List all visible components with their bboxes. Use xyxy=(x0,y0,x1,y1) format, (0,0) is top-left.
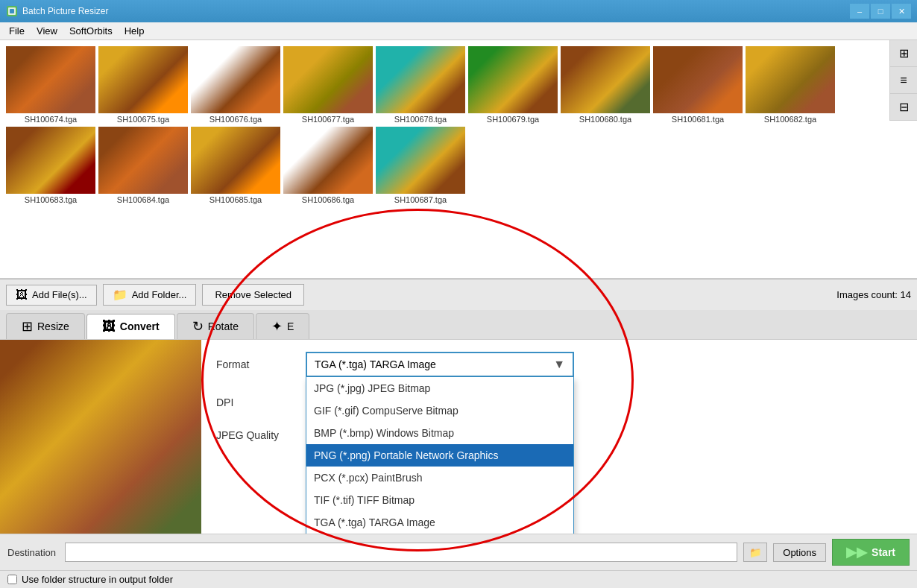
list-item[interactable]: SH100674.tga xyxy=(6,46,95,124)
tab-effects-label: E xyxy=(287,320,294,332)
start-label: Start xyxy=(872,546,895,558)
start-arrow-icon: ▶▶ xyxy=(846,544,867,560)
destination-input[interactable] xyxy=(65,543,737,562)
thumbnail-image xyxy=(653,46,743,113)
grid-small-icon[interactable]: ⊟ xyxy=(890,94,917,121)
window-controls: – □ ✕ xyxy=(850,4,911,19)
thumbnail-image xyxy=(98,46,188,113)
thumbnail-image xyxy=(191,127,280,194)
list-item[interactable]: SH100683.tga xyxy=(6,127,95,204)
tab-effects-icon: ✦ xyxy=(271,318,283,335)
dpi-label: DPI xyxy=(216,396,306,408)
list-item[interactable]: SH100676.tga xyxy=(191,46,280,124)
list-item[interactable]: SH100684.tga xyxy=(98,127,188,204)
add-folder-icon: 📁 xyxy=(113,288,127,302)
use-structure-checkbox[interactable] xyxy=(7,575,17,584)
thumbnail-label: SH100677.tga xyxy=(302,115,354,124)
grid-large-icon[interactable]: ⊞ xyxy=(890,40,917,67)
format-dropdown[interactable]: TGA (*.tga) TARGA Image ▼ xyxy=(306,352,574,377)
maximize-button[interactable]: □ xyxy=(871,4,890,19)
use-structure-label: Use folder structure in output folder xyxy=(22,574,173,585)
format-option-png[interactable]: PNG (*.png) Portable Network Graphics xyxy=(306,444,573,467)
tab-resize-label: Resize xyxy=(37,320,69,332)
tab-rotate[interactable]: ↻Rotate xyxy=(177,313,254,339)
gallery-grid: SH100674.tgaSH100675.tgaSH100676.tgaSH10… xyxy=(6,46,911,204)
thumbnail-image xyxy=(283,127,373,194)
thumbnail-image xyxy=(376,46,465,113)
remove-selected-button[interactable]: Remove Selected xyxy=(202,284,304,306)
tab-effects[interactable]: ✦E xyxy=(256,313,309,339)
folder-icon: 📁 xyxy=(749,547,762,558)
format-option-pcx[interactable]: PCX (*.pcx) PaintBrush xyxy=(306,467,573,489)
main-content: SH100674.tgaSH100675.tgaSH100676.tgaSH10… xyxy=(0,40,917,588)
start-button[interactable]: ▶▶ Start xyxy=(832,539,910,566)
thumbnail-label: SH100686.tga xyxy=(302,195,354,204)
list-item[interactable]: SH100687.tga xyxy=(376,127,465,204)
list-item[interactable]: SH100686.tga xyxy=(283,127,373,204)
menu-file[interactable]: File xyxy=(3,24,31,38)
list-item[interactable]: SH100681.tga xyxy=(653,46,743,124)
tab-resize[interactable]: ⊞Resize xyxy=(6,313,85,339)
list-item[interactable]: SH100685.tga xyxy=(191,127,280,204)
preview-image xyxy=(0,340,201,534)
browse-folder-button[interactable]: 📁 xyxy=(743,543,767,562)
list-item[interactable]: SH100682.tga xyxy=(746,46,835,124)
menu-softorbits[interactable]: SoftOrbits xyxy=(63,24,119,38)
thumbnail-label: SH100675.tga xyxy=(117,115,169,124)
options-button[interactable]: Options xyxy=(773,543,826,562)
thumbnail-image xyxy=(191,46,280,113)
format-control: TGA (*.tga) TARGA Image ▼ JPG (*.jpg) JP… xyxy=(306,352,902,377)
image-gallery: SH100674.tgaSH100675.tgaSH100676.tgaSH10… xyxy=(0,40,917,279)
thumbnail-image xyxy=(6,46,95,113)
list-item[interactable]: SH100679.tga xyxy=(468,46,558,124)
menu-view[interactable]: View xyxy=(31,24,63,38)
minimize-button[interactable]: – xyxy=(850,4,869,19)
tab-convert-label: Convert xyxy=(120,320,160,332)
checkbox-row: Use folder structure in output folder xyxy=(0,570,917,588)
destination-label: Destination xyxy=(7,547,56,558)
format-option-tif[interactable]: TIF (*.tif) TIFF Bitmap xyxy=(306,489,573,511)
format-option-tga[interactable]: TGA (*.tga) TARGA Image xyxy=(306,511,573,534)
thumbnail-label: SH100676.tga xyxy=(209,115,262,124)
thumbnail-image xyxy=(6,127,95,194)
close-button[interactable]: ✕ xyxy=(892,4,911,19)
add-files-button[interactable]: 🖼 Add File(s)... xyxy=(6,285,97,306)
format-select-wrapper: TGA (*.tga) TARGA Image ▼ JPG (*.jpg) JP… xyxy=(306,352,574,377)
thumbnail-image xyxy=(746,46,835,113)
thumbnail-label: SH100681.tga xyxy=(672,115,724,124)
menu-help[interactable]: Help xyxy=(119,24,151,38)
format-selected-text: TGA (*.tga) TARGA Image xyxy=(315,358,436,370)
settings-panel: Format TGA (*.tga) TARGA Image ▼ JPG (*.… xyxy=(201,340,917,534)
thumbnail-label: SH100679.tga xyxy=(487,115,539,124)
thumbnail-image xyxy=(468,46,558,113)
thumbnail-label: SH100685.tga xyxy=(209,195,262,204)
list-item[interactable]: SH100678.tga xyxy=(376,46,465,124)
format-option-bmp[interactable]: BMP (*.bmp) Windows Bitmap xyxy=(306,422,573,444)
add-folder-button[interactable]: 📁 Add Folder... xyxy=(103,284,197,306)
tab-rotate-icon: ↻ xyxy=(192,318,204,335)
content-panel: Format TGA (*.tga) TARGA Image ▼ JPG (*.… xyxy=(0,340,917,534)
add-files-label: Add File(s)... xyxy=(32,289,87,300)
list-item[interactable]: SH100677.tga xyxy=(283,46,373,124)
tab-convert-icon: 🖼 xyxy=(102,319,116,335)
chevron-down-icon: ▼ xyxy=(553,358,565,371)
thumbnail-label: SH100687.tga xyxy=(394,195,447,204)
tab-rotate-label: Rotate xyxy=(208,320,239,332)
app-title: Batch Picture Resizer xyxy=(22,6,850,16)
tab-convert[interactable]: 🖼Convert xyxy=(86,314,175,339)
list-item[interactable]: SH100675.tga xyxy=(98,46,188,124)
jpeg-quality-label: JPEG Quality xyxy=(216,429,306,441)
list-item[interactable]: SH100680.tga xyxy=(561,46,650,124)
format-row: Format TGA (*.tga) TARGA Image ▼ JPG (*.… xyxy=(216,352,902,377)
list-icon[interactable]: ≡ xyxy=(890,67,917,94)
title-bar: Batch Picture Resizer – □ ✕ xyxy=(0,0,917,22)
thumbnail-label: SH100680.tga xyxy=(579,115,631,124)
format-option-gif[interactable]: GIF (*.gif) CompuServe Bitmap xyxy=(306,399,573,422)
thumbnail-label: SH100682.tga xyxy=(764,115,816,124)
thumbnail-image xyxy=(98,127,188,194)
format-option-jpg[interactable]: JPG (*.jpg) JPEG Bitmap xyxy=(306,377,573,399)
tab-resize-icon: ⊞ xyxy=(22,318,33,335)
toolbar-area: 🖼 Add File(s)... 📁 Add Folder... Remove … xyxy=(0,279,917,310)
tab-bar: ⊞Resize🖼Convert↻Rotate✦E xyxy=(0,310,917,340)
format-dropdown-list: JPG (*.jpg) JPEG BitmapGIF (*.gif) Compu… xyxy=(306,377,574,534)
